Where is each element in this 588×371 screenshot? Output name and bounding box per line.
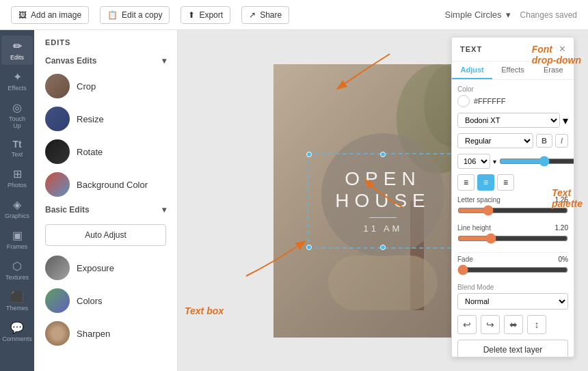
sidebar-item-text[interactable]: Tt Text <box>1 135 33 162</box>
sidebar-item-themes[interactable]: ⬛ Themes <box>1 286 33 316</box>
font-row: Bodoni XT ▾ <box>457 113 568 128</box>
font-select[interactable]: Bodoni XT <box>457 113 560 128</box>
align-center-button[interactable]: ≡ <box>477 174 494 191</box>
italic-button[interactable]: I <box>555 134 568 148</box>
canvas-text-open: OPEN <box>316 168 450 190</box>
palette-close-button[interactable]: × <box>559 43 565 55</box>
canvas-text-house: HOUSE <box>316 190 450 212</box>
letter-spacing-row: Letter spacing 1.25 <box>457 196 568 219</box>
sidebar-item-comments[interactable]: 💬 Comments <box>1 317 33 346</box>
color-swatch[interactable] <box>457 95 470 107</box>
size-chevron-icon: ▾ <box>493 158 496 165</box>
edit-item-resize[interactable]: Resize <box>34 102 177 135</box>
collapse-icon: ▾ <box>162 56 166 66</box>
edit-item-colors[interactable]: Colors <box>34 284 177 317</box>
text-palette-panel: TEXT × Adjust Effects Erase Color #FFFFF… <box>451 37 574 357</box>
share-icon: ↗ <box>249 10 256 20</box>
edit-item-rotate[interactable]: Rotate <box>34 135 177 168</box>
chevron-down-icon: ▾ <box>506 10 511 20</box>
redo-button[interactable]: ↪ <box>481 315 500 334</box>
sidebar-item-photos[interactable]: ⊞ Photos <box>1 163 33 193</box>
font-style-select[interactable]: Regular <box>457 133 533 148</box>
edit-item-crop[interactable]: Crop <box>34 70 177 102</box>
icon-sidebar: ✏ Edits ✦ Effects ◎ Touch Up Tt Text ⊞ P… <box>0 30 34 371</box>
fade-row: Fade 0% <box>457 256 568 278</box>
undo-button[interactable]: ↩ <box>457 315 477 334</box>
delete-text-layer-button[interactable]: Delete text layer <box>457 340 568 357</box>
canvas-area: OPEN HOUSE 11 AM <box>178 30 588 371</box>
export-icon: ⬆ <box>188 10 195 20</box>
edits-title: EDITS <box>34 30 177 52</box>
export-button[interactable]: ⬆ Export <box>181 6 230 24</box>
tab-adjust[interactable]: Adjust <box>452 61 492 79</box>
bg-color-icon <box>45 172 70 197</box>
textbox-annotation: Text box <box>185 305 224 316</box>
share-button[interactable]: ↗ Share <box>241 6 289 24</box>
fade-slider[interactable] <box>457 264 568 275</box>
align-left-button[interactable]: ≡ <box>457 174 475 191</box>
edits-panel: EDITS Canvas Edits ▾ Crop Resize Rotate … <box>34 30 178 371</box>
color-row: Color #FFFFFF <box>457 85 568 107</box>
canvas-text-divider <box>369 217 397 218</box>
selection-handle-tm[interactable] <box>380 152 386 157</box>
template-selector[interactable]: Simple Circles ▾ Changes saved <box>445 10 577 20</box>
edit-item-sharpen[interactable]: Sharpen <box>34 317 177 350</box>
line-height-slider[interactable] <box>457 233 568 244</box>
touchup-icon: ◎ <box>12 101 22 114</box>
tab-erase[interactable]: Erase <box>533 61 574 79</box>
svg-rect-4 <box>328 256 438 310</box>
textures-icon: ⬡ <box>12 260 22 273</box>
colors-icon <box>45 288 70 313</box>
auto-adjust-button[interactable]: Auto Adjust <box>45 224 166 246</box>
canvas-edits-header[interactable]: Canvas Edits ▾ <box>34 52 177 70</box>
canvas-text-box[interactable]: OPEN HOUSE 11 AM <box>308 153 458 249</box>
sidebar-item-edits[interactable]: ✏ Edits <box>1 36 33 65</box>
crop-icon <box>45 74 70 98</box>
sidebar-item-textures[interactable]: ⬡ Textures <box>1 256 33 285</box>
text-icon: Tt <box>12 139 21 150</box>
blend-mode-select[interactable]: Normal <box>457 293 568 310</box>
sharpen-icon <box>45 321 70 346</box>
align-row: ≡ ≡ ≡ <box>457 174 568 191</box>
sidebar-item-graphics[interactable]: ◈ Graphics <box>1 194 33 223</box>
comments-icon: 💬 <box>10 321 24 334</box>
frames-icon: ▣ <box>12 229 23 242</box>
flip-button[interactable]: ⬌ <box>504 315 523 334</box>
palette-header: TEXT × <box>452 38 574 61</box>
collapse-icon-2: ▾ <box>162 205 166 215</box>
exposure-icon <box>45 256 70 280</box>
size-row: 106 ▾ <box>457 154 568 169</box>
palette-tabs: Adjust Effects Erase <box>452 61 574 80</box>
letter-spacing-slider[interactable] <box>457 205 568 216</box>
font-size-select[interactable]: 106 <box>457 154 490 169</box>
sidebar-item-frames[interactable]: ▣ Frames <box>1 225 33 254</box>
rotate-icon <box>45 139 70 164</box>
font-chevron-icon: ▾ <box>563 114 568 127</box>
selection-handle-bl[interactable] <box>306 245 312 250</box>
edits-icon: ✏ <box>13 40 22 53</box>
selection-handle-bm[interactable] <box>380 245 386 250</box>
font-size-slider[interactable] <box>499 156 574 167</box>
edit-item-exposure[interactable]: Exposure <box>34 251 177 284</box>
edit-copy-icon: 📋 <box>107 10 118 20</box>
graphics-icon: ◈ <box>13 198 21 211</box>
divider <box>457 252 568 253</box>
bold-button[interactable]: B <box>536 134 552 148</box>
photos-icon: ⊞ <box>13 167 22 180</box>
align-right-button[interactable]: ≡ <box>497 174 514 191</box>
edit-item-bg-color[interactable]: Background Color <box>34 168 177 201</box>
sidebar-item-touchup[interactable]: ◎ Touch Up <box>1 97 33 133</box>
blend-mode-row: Blend Mode Normal <box>457 284 568 310</box>
tab-effects[interactable]: Effects <box>492 61 533 79</box>
basic-edits-header[interactable]: Basic Edits ▾ <box>34 201 177 219</box>
sidebar-item-effects[interactable]: ✦ Effects <box>1 66 33 96</box>
selection-handle-tl[interactable] <box>306 152 312 157</box>
icon-btn-row: ↩ ↪ ⬌ ↕ <box>457 315 568 334</box>
effects-icon: ✦ <box>13 70 22 83</box>
resize-icon <box>45 107 70 131</box>
themes-icon: ⬛ <box>10 290 24 303</box>
edit-copy-button[interactable]: 📋 Edit a copy <box>100 6 170 24</box>
add-image-button[interactable]: 🖼 Add an image <box>11 6 89 24</box>
move-button[interactable]: ↕ <box>527 315 546 334</box>
style-row: Regular B I <box>457 133 568 148</box>
